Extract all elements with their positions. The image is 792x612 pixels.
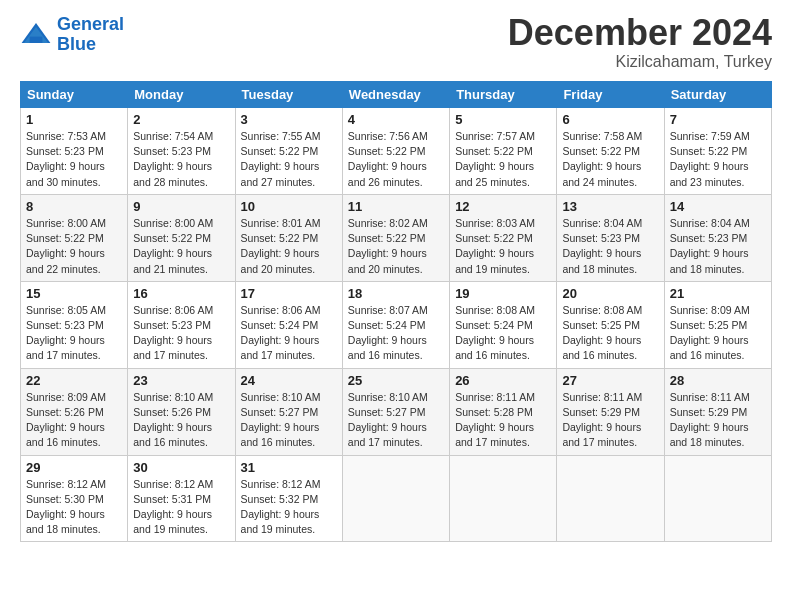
day-number: 12	[455, 199, 551, 214]
calendar-cell: 3Sunrise: 7:55 AMSunset: 5:22 PMDaylight…	[235, 108, 342, 195]
day-info: Sunrise: 8:06 AMSunset: 5:23 PMDaylight:…	[133, 303, 229, 364]
month-title: December 2024	[508, 15, 772, 51]
logo-icon	[20, 19, 52, 51]
day-info: Sunrise: 7:55 AMSunset: 5:22 PMDaylight:…	[241, 129, 337, 190]
day-number: 25	[348, 373, 444, 388]
day-info: Sunrise: 8:12 AMSunset: 5:30 PMDaylight:…	[26, 477, 122, 538]
calendar-cell: 5Sunrise: 7:57 AMSunset: 5:22 PMDaylight…	[450, 108, 557, 195]
day-number: 19	[455, 286, 551, 301]
day-number: 3	[241, 112, 337, 127]
day-number: 28	[670, 373, 766, 388]
calendar-cell	[664, 455, 771, 542]
day-info: Sunrise: 8:00 AMSunset: 5:22 PMDaylight:…	[26, 216, 122, 277]
calendar-header-wednesday: Wednesday	[342, 82, 449, 108]
day-info: Sunrise: 8:12 AMSunset: 5:32 PMDaylight:…	[241, 477, 337, 538]
day-info: Sunrise: 8:11 AMSunset: 5:29 PMDaylight:…	[670, 390, 766, 451]
day-number: 27	[562, 373, 658, 388]
calendar-cell: 14Sunrise: 8:04 AMSunset: 5:23 PMDayligh…	[664, 194, 771, 281]
calendar-cell: 6Sunrise: 7:58 AMSunset: 5:22 PMDaylight…	[557, 108, 664, 195]
day-number: 18	[348, 286, 444, 301]
day-info: Sunrise: 8:07 AMSunset: 5:24 PMDaylight:…	[348, 303, 444, 364]
day-number: 2	[133, 112, 229, 127]
calendar-cell: 27Sunrise: 8:11 AMSunset: 5:29 PMDayligh…	[557, 368, 664, 455]
logo-general: General	[57, 14, 124, 34]
day-number: 6	[562, 112, 658, 127]
calendar-cell: 18Sunrise: 8:07 AMSunset: 5:24 PMDayligh…	[342, 281, 449, 368]
day-number: 1	[26, 112, 122, 127]
day-info: Sunrise: 8:00 AMSunset: 5:22 PMDaylight:…	[133, 216, 229, 277]
day-info: Sunrise: 8:08 AMSunset: 5:25 PMDaylight:…	[562, 303, 658, 364]
calendar-cell: 31Sunrise: 8:12 AMSunset: 5:32 PMDayligh…	[235, 455, 342, 542]
calendar-cell	[342, 455, 449, 542]
calendar-cell: 12Sunrise: 8:03 AMSunset: 5:22 PMDayligh…	[450, 194, 557, 281]
calendar-cell	[450, 455, 557, 542]
day-number: 17	[241, 286, 337, 301]
day-info: Sunrise: 8:02 AMSunset: 5:22 PMDaylight:…	[348, 216, 444, 277]
day-number: 8	[26, 199, 122, 214]
calendar-cell: 19Sunrise: 8:08 AMSunset: 5:24 PMDayligh…	[450, 281, 557, 368]
calendar-cell: 2Sunrise: 7:54 AMSunset: 5:23 PMDaylight…	[128, 108, 235, 195]
calendar-cell: 26Sunrise: 8:11 AMSunset: 5:28 PMDayligh…	[450, 368, 557, 455]
calendar-cell: 30Sunrise: 8:12 AMSunset: 5:31 PMDayligh…	[128, 455, 235, 542]
day-info: Sunrise: 8:04 AMSunset: 5:23 PMDaylight:…	[562, 216, 658, 277]
calendar-cell: 24Sunrise: 8:10 AMSunset: 5:27 PMDayligh…	[235, 368, 342, 455]
day-info: Sunrise: 8:10 AMSunset: 5:27 PMDaylight:…	[348, 390, 444, 451]
calendar-cell: 9Sunrise: 8:00 AMSunset: 5:22 PMDaylight…	[128, 194, 235, 281]
day-number: 26	[455, 373, 551, 388]
page: General Blue December 2024 Kizilcahamam,…	[0, 0, 792, 612]
day-info: Sunrise: 8:01 AMSunset: 5:22 PMDaylight:…	[241, 216, 337, 277]
logo-blue: Blue	[57, 34, 96, 54]
day-info: Sunrise: 7:58 AMSunset: 5:22 PMDaylight:…	[562, 129, 658, 190]
calendar-cell: 11Sunrise: 8:02 AMSunset: 5:22 PMDayligh…	[342, 194, 449, 281]
calendar-header-tuesday: Tuesday	[235, 82, 342, 108]
logo: General Blue	[20, 15, 124, 55]
calendar-cell: 29Sunrise: 8:12 AMSunset: 5:30 PMDayligh…	[21, 455, 128, 542]
day-number: 24	[241, 373, 337, 388]
calendar-cell: 20Sunrise: 8:08 AMSunset: 5:25 PMDayligh…	[557, 281, 664, 368]
calendar-header-row: SundayMondayTuesdayWednesdayThursdayFrid…	[21, 82, 772, 108]
calendar-cell: 25Sunrise: 8:10 AMSunset: 5:27 PMDayligh…	[342, 368, 449, 455]
svg-rect-2	[30, 36, 43, 42]
day-info: Sunrise: 8:12 AMSunset: 5:31 PMDaylight:…	[133, 477, 229, 538]
day-number: 9	[133, 199, 229, 214]
day-number: 10	[241, 199, 337, 214]
day-info: Sunrise: 8:06 AMSunset: 5:24 PMDaylight:…	[241, 303, 337, 364]
title-block: December 2024 Kizilcahamam, Turkey	[508, 15, 772, 71]
logo-text: General Blue	[57, 15, 124, 55]
day-number: 13	[562, 199, 658, 214]
calendar-cell: 22Sunrise: 8:09 AMSunset: 5:26 PMDayligh…	[21, 368, 128, 455]
day-number: 7	[670, 112, 766, 127]
calendar-cell: 13Sunrise: 8:04 AMSunset: 5:23 PMDayligh…	[557, 194, 664, 281]
day-info: Sunrise: 8:11 AMSunset: 5:28 PMDaylight:…	[455, 390, 551, 451]
day-info: Sunrise: 7:57 AMSunset: 5:22 PMDaylight:…	[455, 129, 551, 190]
calendar-cell: 7Sunrise: 7:59 AMSunset: 5:22 PMDaylight…	[664, 108, 771, 195]
day-number: 29	[26, 460, 122, 475]
day-info: Sunrise: 8:10 AMSunset: 5:27 PMDaylight:…	[241, 390, 337, 451]
day-number: 15	[26, 286, 122, 301]
calendar-cell: 8Sunrise: 8:00 AMSunset: 5:22 PMDaylight…	[21, 194, 128, 281]
calendar-header-friday: Friday	[557, 82, 664, 108]
day-info: Sunrise: 8:03 AMSunset: 5:22 PMDaylight:…	[455, 216, 551, 277]
calendar-cell: 15Sunrise: 8:05 AMSunset: 5:23 PMDayligh…	[21, 281, 128, 368]
calendar-cell: 23Sunrise: 8:10 AMSunset: 5:26 PMDayligh…	[128, 368, 235, 455]
day-info: Sunrise: 7:56 AMSunset: 5:22 PMDaylight:…	[348, 129, 444, 190]
calendar-cell: 1Sunrise: 7:53 AMSunset: 5:23 PMDaylight…	[21, 108, 128, 195]
day-info: Sunrise: 8:05 AMSunset: 5:23 PMDaylight:…	[26, 303, 122, 364]
day-info: Sunrise: 8:10 AMSunset: 5:26 PMDaylight:…	[133, 390, 229, 451]
location: Kizilcahamam, Turkey	[508, 53, 772, 71]
day-number: 11	[348, 199, 444, 214]
calendar-header-thursday: Thursday	[450, 82, 557, 108]
day-info: Sunrise: 8:11 AMSunset: 5:29 PMDaylight:…	[562, 390, 658, 451]
day-number: 22	[26, 373, 122, 388]
day-info: Sunrise: 8:09 AMSunset: 5:25 PMDaylight:…	[670, 303, 766, 364]
calendar-header-monday: Monday	[128, 82, 235, 108]
day-number: 14	[670, 199, 766, 214]
day-info: Sunrise: 7:53 AMSunset: 5:23 PMDaylight:…	[26, 129, 122, 190]
calendar-cell: 4Sunrise: 7:56 AMSunset: 5:22 PMDaylight…	[342, 108, 449, 195]
calendar-cell: 28Sunrise: 8:11 AMSunset: 5:29 PMDayligh…	[664, 368, 771, 455]
day-info: Sunrise: 7:54 AMSunset: 5:23 PMDaylight:…	[133, 129, 229, 190]
day-info: Sunrise: 7:59 AMSunset: 5:22 PMDaylight:…	[670, 129, 766, 190]
calendar-cell: 21Sunrise: 8:09 AMSunset: 5:25 PMDayligh…	[664, 281, 771, 368]
calendar-cell	[557, 455, 664, 542]
calendar-header-sunday: Sunday	[21, 82, 128, 108]
